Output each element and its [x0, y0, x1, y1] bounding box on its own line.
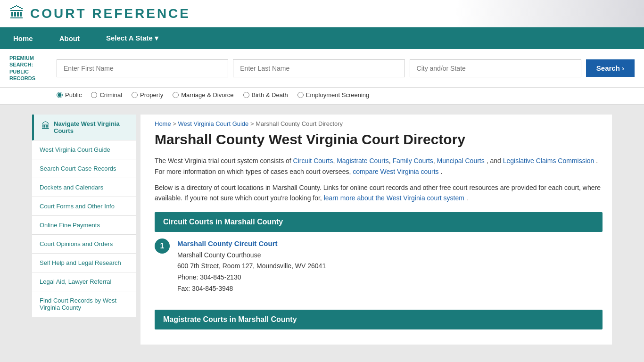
page-title: Marshall County West Virginia Court Dire…: [155, 131, 603, 148]
search-label: PREMIUM SEARCH: PUBLIC RECORDS: [9, 55, 52, 82]
city-state-input[interactable]: [410, 59, 581, 77]
radio-birth-death[interactable]: Birth & Death: [243, 91, 288, 99]
court-phone-1: Phone: 304-845-2130: [177, 273, 241, 281]
link-legislative-claims[interactable]: Legislative Claims Commission: [503, 157, 594, 165]
intro-paragraph: The West Virginia trial court system con…: [155, 156, 603, 177]
sidebar-item-fine-payments[interactable]: Online Fine Payments: [32, 216, 136, 235]
search-button[interactable]: Search ›: [586, 59, 635, 77]
radio-employment[interactable]: Employment Screening: [297, 91, 369, 99]
court-building-1: Marshall County Courthouse: [177, 251, 261, 259]
court-fax-1: Fax: 304-845-3948: [177, 285, 233, 292]
radio-public[interactable]: Public: [57, 91, 82, 99]
sidebar: 🏛 Navigate West Virginia Courts West Vir…: [32, 115, 136, 345]
logo: 🏛 COURT REFERENCE: [9, 5, 190, 22]
radio-property[interactable]: Property: [132, 91, 163, 99]
link-learn-more[interactable]: learn more about the West Virginia court…: [324, 194, 464, 202]
court-number-1: 1: [155, 239, 170, 254]
link-circuit-courts[interactable]: Circuit Courts: [293, 157, 333, 165]
nav-home[interactable]: Home: [0, 27, 46, 49]
radio-criminal[interactable]: Criminal: [91, 91, 122, 99]
main-layout: 🏛 Navigate West Virginia Courts West Vir…: [32, 115, 612, 345]
sidebar-item-opinions[interactable]: Court Opinions and Orders: [32, 235, 136, 254]
radio-marriage-divorce[interactable]: Marriage & Divorce: [173, 91, 233, 99]
courthouse-icon: 🏛: [9, 5, 25, 22]
link-family-courts[interactable]: Family Courts: [392, 157, 433, 165]
section-magistrate-courts: Magistrate Courts in Marshall County: [155, 310, 603, 329]
nav-select-state[interactable]: Select A State ▾: [93, 27, 172, 49]
court-details-1: Marshall County Circuit Court Marshall C…: [177, 238, 326, 295]
header-bg-image: [455, 0, 644, 27]
para2: Below is a directory of court locations …: [155, 182, 603, 204]
record-type-selector: Public Criminal Property Marriage & Divo…: [0, 88, 644, 105]
site-name: COURT REFERENCE: [30, 6, 190, 21]
courthouse-sidebar-icon: 🏛: [41, 121, 50, 131]
sidebar-active-item[interactable]: 🏛 Navigate West Virginia Courts: [32, 115, 136, 140]
breadcrumb-current: Marshall County Court Directory: [256, 120, 343, 127]
sidebar-item-legal-aid[interactable]: Legal Aid, Lawyer Referral: [32, 272, 136, 291]
sidebar-item-search-records[interactable]: Search Court Case Records: [32, 159, 136, 178]
link-magistrate-courts[interactable]: Magistrate Courts: [337, 157, 388, 165]
sidebar-item-court-forms[interactable]: Court Forms and Other Info: [32, 197, 136, 216]
court-name-1[interactable]: Marshall County Circuit Court: [177, 239, 278, 247]
court-address-1: 600 7th Street, Room 127, Moundsville, W…: [177, 262, 326, 270]
breadcrumb-home[interactable]: Home: [155, 120, 171, 127]
breadcrumb-guide[interactable]: West Virginia Court Guide: [178, 120, 249, 127]
main-nav: Home About Select A State ▾: [0, 27, 644, 49]
main-content: Home > West Virginia Court Guide > Marsh…: [140, 115, 612, 345]
header: 🏛 COURT REFERENCE: [0, 0, 644, 27]
search-bar: PREMIUM SEARCH: PUBLIC RECORDS Search ›: [0, 49, 644, 88]
sidebar-item-dockets[interactable]: Dockets and Calendars: [32, 178, 136, 197]
link-muncipal-courts[interactable]: Muncipal Courts: [437, 157, 485, 165]
court-entry-1: 1 Marshall County Circuit Court Marshall…: [155, 238, 603, 301]
last-name-input[interactable]: [233, 59, 405, 77]
sidebar-item-find-records[interactable]: Find Court Records by West Virginia Coun…: [32, 291, 136, 317]
section-circuit-courts: Circuit Courts in Marshall County: [155, 212, 603, 232]
sidebar-item-wv-court-guide[interactable]: West Virginia Court Guide: [32, 140, 136, 159]
link-compare-courts[interactable]: compare West Virginia courts: [353, 168, 438, 175]
nav-about[interactable]: About: [46, 27, 93, 49]
first-name-input[interactable]: [57, 59, 228, 77]
sidebar-item-self-help[interactable]: Self Help and Legal Research: [32, 254, 136, 272]
breadcrumb: Home > West Virginia Court Guide > Marsh…: [155, 115, 603, 131]
sidebar-active-label: Navigate West Virginia Courts: [54, 120, 128, 134]
